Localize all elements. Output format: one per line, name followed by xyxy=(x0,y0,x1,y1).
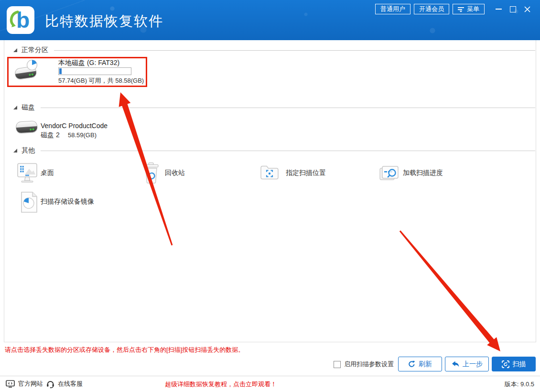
user-type-button[interactable]: 普通用户 xyxy=(375,4,410,14)
disk-name: VendorC ProductCode xyxy=(41,122,108,130)
previous-step-button[interactable]: 上一步 xyxy=(445,357,489,371)
refresh-icon xyxy=(408,360,415,368)
scan-params-checkbox[interactable] xyxy=(334,361,341,368)
tile-label: 桌面 xyxy=(41,169,54,177)
tile-label: 指定扫描位置 xyxy=(286,169,326,177)
title-bar: b 比特数据恢复软件 普通用户 开通会员 菜 xyxy=(0,0,540,40)
back-arrow-icon xyxy=(451,360,459,368)
scan-label: 扫描 xyxy=(513,360,526,369)
previous-step-label: 上一步 xyxy=(463,360,483,369)
hamburger-menu-icon xyxy=(458,6,464,12)
tile-label: 扫描存储设备镜像 xyxy=(41,197,94,206)
scan-button[interactable]: 扫描 xyxy=(492,357,536,371)
tile-label: 加载扫描进度 xyxy=(403,169,443,177)
online-support-label: 在线客服 xyxy=(58,380,83,388)
section-divider xyxy=(54,50,535,51)
disk-drive-icon xyxy=(14,118,39,139)
minimize-button[interactable] xyxy=(491,3,506,15)
user-type-label: 普通用户 xyxy=(380,4,405,14)
app-logo-icon: b xyxy=(7,6,34,34)
partition-disk-icon xyxy=(12,59,40,84)
disk-label: 磁盘 2 xyxy=(41,131,60,140)
section-divider xyxy=(41,151,535,151)
official-site-label: 官方网站 xyxy=(18,380,43,388)
vip-button[interactable]: 开通会员 xyxy=(414,4,449,14)
version-label: 版本: 9.0.5 xyxy=(505,380,534,389)
close-icon xyxy=(524,6,530,12)
section-title: 磁盘 xyxy=(22,103,35,112)
section-other: 其他 xyxy=(13,146,535,155)
hint-text: 请点击选择丢失数据的分区或存储设备，然后点击右下角的[扫描]按钮扫描丢失的数据。 xyxy=(5,346,244,354)
close-button[interactable] xyxy=(520,3,534,15)
partition-usage-bar xyxy=(58,67,131,75)
partition-size-info: 57.74(GB) 可用，共 58.58(GB) xyxy=(58,76,144,85)
app-window: b 比特数据恢复软件 普通用户 开通会员 菜 xyxy=(0,0,540,392)
scan-params-checkbox-row: 启用扫描参数设置 xyxy=(334,360,394,369)
tutorial-link[interactable]: 超级详细数据恢复教程，点击立即观看！ xyxy=(165,380,277,389)
desktop-icon xyxy=(16,162,38,185)
section-disks: 磁盘 xyxy=(13,103,535,112)
recycle-bin-icon xyxy=(141,162,162,184)
collapse-triangle-icon[interactable] xyxy=(13,149,17,152)
partition-usage-fill xyxy=(59,68,62,74)
scan-icon xyxy=(502,360,509,368)
vip-label: 开通会员 xyxy=(419,4,444,14)
headset-icon xyxy=(46,380,54,388)
menu-button[interactable]: 菜单 xyxy=(453,4,485,14)
tile-label: 回收站 xyxy=(165,169,185,177)
app-title: 比特数据恢复软件 xyxy=(45,12,163,31)
official-site-link[interactable]: 官方网站 xyxy=(6,380,43,388)
load-progress-icon xyxy=(379,165,399,181)
scan-params-label[interactable]: 启用扫描参数设置 xyxy=(344,360,394,369)
collapse-triangle-icon[interactable] xyxy=(13,106,17,109)
footer-divider xyxy=(0,376,540,376)
disk-size: 58.59(GB) xyxy=(68,131,97,139)
menu-label: 菜单 xyxy=(467,4,479,14)
disk-image-icon xyxy=(20,191,39,213)
maximize-icon xyxy=(510,6,516,12)
online-support-link[interactable]: 在线客服 xyxy=(46,380,83,388)
website-icon xyxy=(6,380,15,388)
main-panel xyxy=(4,40,536,342)
maximize-button[interactable] xyxy=(506,3,520,15)
minimize-icon xyxy=(496,9,502,10)
target-folder-icon xyxy=(259,164,280,180)
titlebar-actions: 普通用户 开通会员 菜单 xyxy=(372,3,534,15)
partition-name: 本地磁盘 (G: FAT32) xyxy=(58,59,119,67)
section-title: 正常分区 xyxy=(22,46,48,54)
section-title: 其他 xyxy=(22,146,35,155)
section-normal-partition: 正常分区 xyxy=(13,46,535,54)
collapse-triangle-icon[interactable] xyxy=(13,48,17,52)
section-divider xyxy=(41,108,535,108)
refresh-label: 刷新 xyxy=(419,360,432,369)
refresh-button[interactable]: 刷新 xyxy=(398,357,442,371)
